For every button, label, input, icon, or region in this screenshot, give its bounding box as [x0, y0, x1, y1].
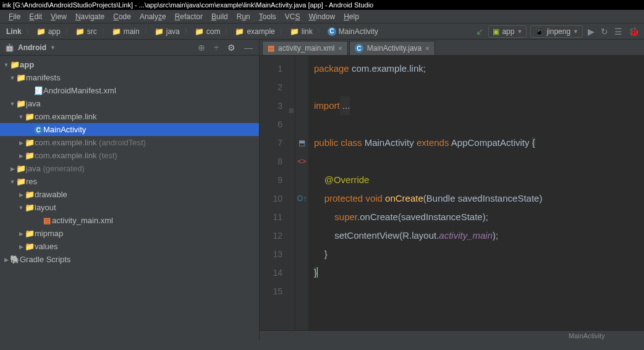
crumb-src[interactable]: 📁src: [73, 26, 100, 37]
crumb-link2[interactable]: 📁link: [287, 26, 315, 37]
make-project-icon[interactable]: ↘: [475, 25, 485, 38]
tree-pkg-test[interactable]: ▶📁com.example.link (test): [0, 149, 259, 162]
collapse-icon[interactable]: ÷: [213, 41, 220, 54]
menu-run[interactable]: Run: [233, 11, 254, 22]
tree-gradle[interactable]: ▶🐘Gradle Scripts: [0, 253, 259, 266]
menu-navigate[interactable]: Navigate: [72, 11, 108, 22]
project-tree[interactable]: ▼📁app ▼📁manifests 🧾AndroidManifest.xml ▼…: [0, 56, 259, 340]
editor-breadcrumb[interactable]: MainActivity: [260, 330, 644, 340]
class-icon: C: [355, 44, 363, 53]
chevron-down-icon[interactable]: ▼: [50, 45, 56, 51]
tree-java[interactable]: ▼📁java: [0, 97, 259, 110]
toolbar-actions: ↘ ▣app▼ 📱jinpeng▼ ▶ ↻ ☰ 🐞: [475, 25, 640, 38]
code-area: 1 2 3⊞ 6 7 8 9 10 11 12 13 14 15 ⬒ <> O↑: [260, 56, 644, 330]
run-icon[interactable]: ▶: [587, 25, 596, 38]
android-icon: 🤖: [5, 43, 14, 52]
close-icon[interactable]: ×: [425, 45, 429, 52]
project-tool-window: 🤖 Android ▼ ⊕ ÷ ⚙ — ▼📁app ▼📁manifests 🧾A…: [0, 40, 260, 340]
editor-pane: ▤activity_main.xml× CMainActivity.java× …: [260, 40, 644, 340]
debug-icon[interactable]: ☰: [613, 25, 624, 38]
code-text[interactable]: package com.example.link; import ... pub…: [309, 56, 644, 330]
tree-layout-file[interactable]: ▤activity_main.xml: [0, 214, 259, 227]
marker-gutter[interactable]: ⬒ <> O↑: [295, 56, 309, 330]
crumb-example[interactable]: 📁example: [232, 26, 277, 37]
editor-tabs: ▤activity_main.xml× CMainActivity.java×: [260, 40, 644, 56]
menu-help[interactable]: Help: [340, 11, 363, 22]
run-config-module[interactable]: ▣app▼: [488, 25, 527, 38]
tree-values[interactable]: ▶📁values: [0, 240, 259, 253]
gear-icon[interactable]: ⚙: [226, 41, 237, 54]
crumb-mainactivity[interactable]: CMainActivity: [325, 26, 381, 37]
bug-icon[interactable]: 🐞: [627, 25, 640, 38]
tree-mainactivity[interactable]: CMainActivity: [0, 123, 259, 136]
menu-tools[interactable]: Tools: [255, 11, 280, 22]
tree-res[interactable]: ▼📁res: [0, 175, 259, 188]
close-icon[interactable]: ×: [338, 45, 342, 52]
menu-code[interactable]: Code: [109, 11, 135, 22]
tree-app[interactable]: ▼📁app: [0, 58, 259, 71]
navigation-bar: Link〉 📁app〉 📁src〉 📁main〉 📁java〉 📁com〉 📁e…: [0, 23, 644, 40]
menu-file[interactable]: File: [5, 11, 24, 22]
tree-pkg-androidtest[interactable]: ▶📁com.example.link (androidTest): [0, 136, 259, 149]
hide-icon[interactable]: —: [243, 41, 254, 54]
menu-refactor[interactable]: Refactor: [171, 11, 206, 22]
tab-mainactivity[interactable]: CMainActivity.java×: [349, 41, 435, 55]
tree-layout[interactable]: ▼📁layout: [0, 201, 259, 214]
apply-changes-icon[interactable]: ↻: [600, 25, 609, 38]
menu-view[interactable]: View: [47, 11, 70, 22]
panel-title[interactable]: Android: [18, 43, 46, 52]
menu-build[interactable]: Build: [208, 11, 232, 22]
panel-header: 🤖 Android ▼ ⊕ ÷ ⚙ —: [0, 40, 259, 56]
crumb-link[interactable]: Link: [4, 26, 24, 37]
tab-activity-main[interactable]: ▤activity_main.xml×: [262, 41, 348, 55]
line-gutter[interactable]: 1 2 3⊞ 6 7 8 9 10 11 12 13 14 15: [260, 56, 295, 330]
tree-pkg-main[interactable]: ▼📁com.example.link: [0, 110, 259, 123]
xml-icon: ▤: [268, 44, 274, 53]
crumb-app[interactable]: 📁app: [34, 26, 63, 37]
tree-drawable[interactable]: ▶📁drawable: [0, 188, 259, 201]
menu-edit[interactable]: Edit: [25, 11, 46, 22]
crumb-com[interactable]: 📁com: [192, 26, 223, 37]
crumb-java[interactable]: 📁java: [152, 26, 182, 37]
menu-analyze[interactable]: Analyze: [136, 11, 170, 22]
tree-java-generated[interactable]: ▶📁java (generated): [0, 162, 259, 175]
scope-icon[interactable]: ⊕: [197, 41, 206, 54]
tree-manifests[interactable]: ▼📁manifests: [0, 71, 259, 84]
related-file-icon[interactable]: ⬒: [299, 139, 305, 147]
menu-vcs[interactable]: VCS: [281, 11, 304, 22]
code-lens-icon[interactable]: <>: [297, 157, 306, 166]
menu-window[interactable]: Window: [305, 11, 339, 22]
crumb-main[interactable]: 📁main: [109, 26, 142, 37]
breadcrumb: Link〉 📁app〉 📁src〉 📁main〉 📁java〉 📁com〉 📁e…: [4, 26, 381, 37]
tree-manifest-file[interactable]: 🧾AndroidManifest.xml: [0, 84, 259, 97]
override-icon[interactable]: O↑: [297, 194, 307, 203]
menu-bar: File Edit View Navigate Code Analyze Ref…: [0, 10, 644, 23]
main-layout: 🤖 Android ▼ ⊕ ÷ ⚙ — ▼📁app ▼📁manifests 🧾A…: [0, 40, 644, 340]
window-title: ink [G:\Android\AndroidStudioProjects\Li…: [0, 0, 644, 10]
tree-mipmap[interactable]: ▶📁mipmap: [0, 227, 259, 240]
run-config-device[interactable]: 📱jinpeng▼: [530, 25, 583, 38]
